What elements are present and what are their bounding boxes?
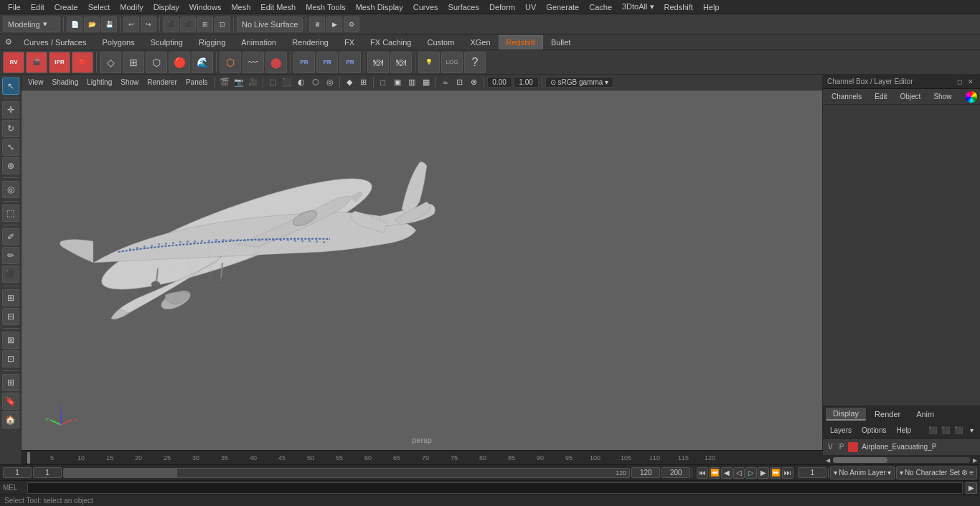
rs-icon-4[interactable]: 🔴 [72, 52, 93, 73]
new-scene-btn[interactable]: 📄 [67, 17, 83, 32]
scroll-track[interactable] [833, 457, 970, 463]
menu-mesh-display[interactable]: Mesh Display [351, 1, 408, 13]
vp-menu-renderer[interactable]: Renderer [143, 78, 181, 87]
rs-icon-9[interactable]: 🌊 [192, 52, 213, 73]
shelf-tab-bullet[interactable]: Bullet [543, 35, 579, 50]
menu-deform[interactable]: Deform [484, 1, 520, 13]
vp-res2-btn[interactable]: ▣ [391, 76, 404, 89]
snap-btn2[interactable]: ⊡ [2, 350, 19, 367]
vp-wireframe-btn[interactable]: ⬚ [266, 76, 279, 89]
go-start-btn[interactable]: ⏮ [697, 467, 708, 479]
shelf-tab-animation[interactable]: Animation [233, 35, 284, 50]
rs-icon-lights[interactable]: 💡 [418, 52, 440, 73]
cb-close-btn[interactable]: ✕ [966, 77, 976, 87]
shelf-tab-sculpting[interactable]: Sculpting [143, 35, 191, 50]
cb-tab-object[interactable]: Object [895, 91, 927, 102]
shelf-tab-curves[interactable]: Curves / Surfaces [16, 35, 94, 50]
anim-layer-select[interactable]: ▾ No Anim Layer ▾ [830, 467, 895, 479]
vp-value1[interactable]: 0.00 [487, 77, 512, 88]
dra-tab-anim[interactable]: Anim [909, 408, 941, 420]
vp-anim2-btn[interactable]: ⊡ [453, 76, 466, 89]
end-frame-input[interactable]: 120 [631, 467, 660, 478]
frame-slider[interactable]: 120 [63, 468, 630, 478]
rs-icon-5[interactable]: ◇ [100, 52, 121, 73]
layers-expand-btn[interactable]: ▾ [966, 425, 977, 436]
viewport-canvas[interactable]: X Y Z persp [22, 90, 822, 450]
menu-display[interactable]: Display [149, 1, 184, 13]
rs-icon-rv[interactable]: RV [3, 52, 24, 73]
rs-icon-2[interactable]: 🎬 [26, 52, 47, 73]
go-end-btn[interactable]: ⏭ [782, 467, 793, 479]
scroll-thumb[interactable] [833, 457, 887, 463]
open-scene-btn[interactable]: 📂 [84, 17, 100, 32]
sculpt-tool[interactable]: ✐ [2, 228, 19, 245]
vp-shading2-btn[interactable]: ◆ [343, 76, 356, 89]
vp-res4-btn[interactable]: ▦ [420, 76, 433, 89]
vp-menu-panels[interactable]: Panels [182, 78, 212, 87]
layers-menu-layers[interactable]: Layers [826, 425, 856, 436]
layers-add3-btn[interactable]: ⬛ [953, 425, 964, 436]
shelf-gear-btn[interactable]: ⚙ [1, 35, 16, 50]
layer-playback[interactable]: P [837, 442, 847, 451]
rs-icon-10[interactable]: ⬡ [220, 52, 241, 73]
layers-menu-help[interactable]: Help [892, 425, 915, 436]
redo-btn[interactable]: ↪ [141, 17, 156, 32]
menu-edit-mesh[interactable]: Edit Mesh [255, 1, 301, 13]
grid-btn[interactable]: ⊞ [2, 374, 19, 391]
layer-color-swatch[interactable] [848, 442, 858, 452]
move-tool[interactable]: ✛ [2, 101, 19, 118]
save-scene-btn[interactable]: 💾 [101, 17, 117, 32]
scroll-right-btn[interactable]: ▶ [971, 457, 979, 464]
menu-mesh[interactable]: Mesh [226, 1, 255, 13]
menu-3dtall[interactable]: 3DtoAll ▾ [617, 1, 659, 13]
frame-number-input[interactable]: 1 [798, 467, 826, 478]
shelf-tab-rendering[interactable]: Rendering [284, 35, 336, 50]
shelf-tab-polygons[interactable]: Polygons [94, 35, 142, 50]
cb-tab-show[interactable]: Show [928, 91, 957, 102]
vp-gamma-select[interactable]: ⊙ sRGB gamma ▾ [545, 77, 614, 88]
vp-grid-btn[interactable]: ⊞ [357, 76, 370, 89]
shelf-tab-rigging[interactable]: Rigging [191, 35, 233, 50]
menu-help[interactable]: Help [698, 1, 725, 13]
range-end-input[interactable]: 200 [661, 467, 690, 478]
menu-uv[interactable]: UV [520, 1, 541, 13]
layer-visibility[interactable]: V [826, 442, 835, 451]
rs-icon-8[interactable]: 🔴 [169, 52, 190, 73]
menu-select[interactable]: Select [83, 1, 116, 13]
menu-redshift[interactable]: Redshift [659, 1, 698, 13]
bookmark-btn[interactable]: 🔖 [2, 393, 19, 410]
menu-cache[interactable]: Cache [584, 1, 617, 13]
next-key-btn[interactable]: ⏩ [770, 467, 781, 479]
cmd-execute-btn[interactable]: ▶ [966, 482, 977, 494]
scale-tool[interactable]: ⤡ [2, 139, 19, 156]
home-btn[interactable]: 🏠 [2, 411, 19, 428]
rs-icon-render1[interactable]: 🍽 [367, 52, 389, 73]
menu-modify[interactable]: Modify [115, 1, 148, 13]
start-frame-input[interactable]: 1 [3, 467, 32, 478]
vp-res3-btn[interactable]: ▥ [405, 76, 418, 89]
cmd-input-field[interactable] [27, 482, 963, 494]
rotate-tool[interactable]: ↻ [2, 120, 19, 137]
layer-name[interactable]: Airplane_Evacuating_P [862, 443, 977, 451]
layers-add-btn[interactable]: ⬛ [927, 425, 938, 436]
shelf-tab-redshift[interactable]: Redshift [499, 35, 543, 50]
shelf-tab-fx-caching[interactable]: FX Caching [362, 35, 419, 50]
soft-mod-tool[interactable]: ◎ [2, 181, 19, 198]
menu-surfaces[interactable]: Surfaces [443, 1, 484, 13]
play-back-btn[interactable]: ◁ [733, 467, 745, 479]
vp-menu-shading[interactable]: Shading [49, 78, 83, 87]
current-frame-input[interactable]: 1 [33, 467, 62, 478]
rs-icon-pr3[interactable]: PR [339, 52, 361, 73]
prev-key-btn[interactable]: ⏪ [709, 467, 720, 479]
vp-menu-view[interactable]: View [24, 78, 47, 87]
timeline[interactable]: 1 5 10 15 20 25 30 35 40 45 50 55 60 65 … [22, 450, 822, 464]
layers-add2-btn[interactable]: ⬛ [940, 425, 951, 436]
vp-xray-btn[interactable]: ⬡ [309, 76, 322, 89]
lasso-tool[interactable]: ⬚ [2, 205, 19, 222]
rs-icon-11[interactable]: 〰 [242, 52, 264, 73]
vp-anim1-btn[interactable]: ≈ [439, 76, 452, 89]
cb-tab-channels[interactable]: Channels [826, 91, 867, 102]
rs-icon-6[interactable]: ⊞ [123, 52, 144, 73]
menu-file[interactable]: File [3, 1, 26, 13]
vp-res1-btn[interactable]: □ [377, 76, 390, 89]
